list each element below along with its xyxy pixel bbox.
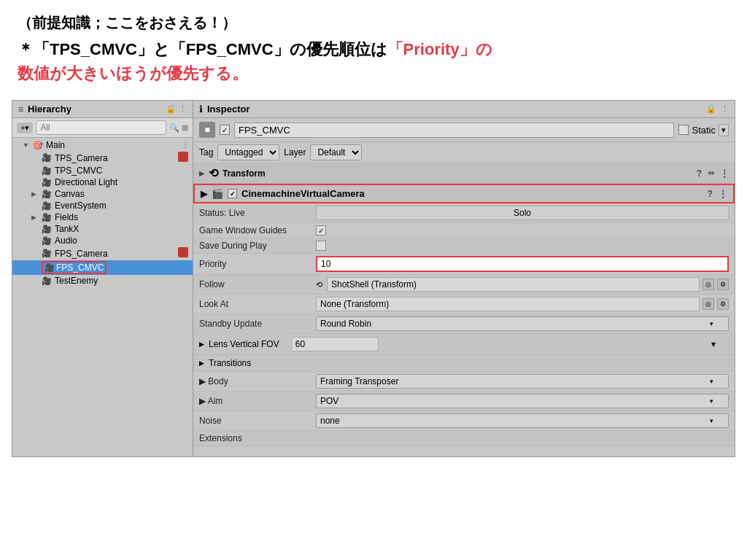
prop-follow: Follow ⟲ ◎ ⚙ bbox=[193, 275, 735, 295]
hierarchy-lock-icon: 🔒 bbox=[166, 104, 176, 114]
follow-gear-btn[interactable]: ⚙ bbox=[717, 279, 729, 290]
transform-header[interactable]: ▶ ⟲ Transform ? ⇔ ⋮ bbox=[193, 163, 735, 183]
prop-body: ▶ Body Framing Transposer ▾ bbox=[193, 372, 735, 392]
save-during-play-label: Save During Play bbox=[199, 241, 316, 251]
look-at-value-container: ◎ ⚙ bbox=[316, 297, 729, 311]
panels-container: ≡ Hierarchy 🔒 ⋮ +▾ 🔍 ⊞ ▼ 🎯 Main bbox=[12, 100, 735, 457]
noise-dropdown[interactable]: none ▾ bbox=[316, 413, 729, 428]
tree-item-tankx[interactable]: 🎥 TankX bbox=[12, 223, 193, 235]
static-label: Static bbox=[692, 125, 716, 136]
look-at-target-btn[interactable]: ◎ bbox=[703, 298, 714, 310]
game-window-guides-checkbox[interactable]: ✓ bbox=[316, 225, 326, 236]
tree-item-fields[interactable]: ▶ 🎥 Fields bbox=[12, 211, 193, 223]
main-folder-icon: 🎯 bbox=[33, 141, 43, 150]
standby-update-dropdown[interactable]: Round Robin ▾ bbox=[316, 316, 729, 331]
transitions-label: Transitions bbox=[209, 358, 251, 368]
tree-item-directional-light[interactable]: 🎥 Directional Light bbox=[12, 176, 193, 188]
body-dropdown[interactable]: Framing Transposer ▾ bbox=[316, 374, 729, 389]
noise-value-container: none ▾ bbox=[316, 413, 729, 428]
tag-label: Tag bbox=[199, 147, 213, 158]
tree-item-canvas-label: Canvas bbox=[55, 189, 85, 199]
priority-value-field[interactable] bbox=[316, 256, 729, 272]
eventsystem-icon: 🎥 bbox=[42, 201, 52, 211]
lens-vfov-section[interactable]: ▶ Lens Vertical FOV ▾ bbox=[193, 334, 735, 355]
expand-main-icon: ▼ bbox=[23, 141, 31, 149]
hierarchy-search-bar: +▾ 🔍 ⊞ bbox=[12, 118, 193, 138]
tree-item-fps-camera-label: FPS_Camera bbox=[55, 249, 108, 259]
tree-item-canvas[interactable]: ▶ 🎥 Canvas bbox=[12, 188, 193, 200]
tree-item-fps-cmvc[interactable]: 🎥 FPS_CMVC bbox=[12, 260, 193, 275]
prereq-line1: （前提知識；ここをおさえる！） bbox=[18, 13, 729, 33]
lens-vfov-label: Lens Vertical FOV bbox=[209, 339, 279, 349]
main-more-icon: ⋮ bbox=[182, 141, 190, 150]
follow-value-container: ⟲ ◎ ⚙ bbox=[316, 277, 729, 292]
transform-icon: ⟲ bbox=[209, 166, 218, 180]
inspector-title: Inspector bbox=[207, 104, 250, 114]
look-at-value-field[interactable] bbox=[316, 297, 700, 311]
follow-value-field[interactable] bbox=[327, 277, 700, 292]
look-at-gear-btn[interactable]: ⚙ bbox=[717, 298, 729, 310]
cinemachine-gear-icon[interactable]: ⋮ bbox=[719, 189, 727, 199]
transform-settings-icon[interactable]: ⇔ bbox=[708, 168, 714, 179]
cinemachine-header[interactable]: ▶ 🎬 ✓ CinemachineVirtualCamera ? ⋮ bbox=[193, 184, 735, 203]
transform-help-icon[interactable]: ? bbox=[697, 168, 702, 179]
game-window-guides-label: Game Window Guides bbox=[199, 225, 316, 236]
standby-update-value-container: Round Robin ▾ bbox=[316, 316, 729, 331]
cinemachine-help-icon[interactable]: ? bbox=[708, 189, 713, 199]
lens-vfov-expand-icon: ▶ bbox=[199, 341, 204, 348]
tree-item-tankx-label: TankX bbox=[55, 224, 79, 234]
tree-item-audio[interactable]: 🎥 Audio bbox=[12, 235, 193, 246]
tree-item-tps-camera[interactable]: 🎥 TPS_Camera bbox=[12, 151, 193, 165]
cinemachine-expand-icon: ▶ bbox=[201, 189, 207, 199]
look-at-label: Look At bbox=[199, 299, 316, 309]
hierarchy-more-icon: ⋮ bbox=[179, 104, 187, 114]
follow-target-btn[interactable]: ◎ bbox=[703, 279, 714, 290]
cinemachine-active-checkbox[interactable]: ✓ bbox=[228, 189, 237, 198]
transform-gear-icon[interactable]: ⋮ bbox=[720, 168, 729, 179]
tag-dropdown[interactable]: Untagged bbox=[217, 144, 279, 160]
save-during-play-checkbox[interactable] bbox=[316, 241, 326, 251]
prop-look-at: Look At ◎ ⚙ bbox=[193, 295, 735, 314]
static-dropdown[interactable]: ▾ bbox=[719, 124, 729, 136]
tps-camera-badge bbox=[178, 152, 188, 164]
follow-ref-icon: ⟲ bbox=[316, 280, 322, 289]
fields-icon: 🎥 bbox=[42, 213, 52, 222]
fps-cmvc-icon: 🎥 bbox=[44, 263, 55, 273]
fps-camera-badge bbox=[178, 247, 188, 260]
transitions-expand-icon: ▶ bbox=[199, 359, 204, 367]
tree-item-audio-label: Audio bbox=[55, 236, 77, 246]
status-solo-button[interactable]: Solo bbox=[316, 206, 729, 220]
object-cube-icon: ■ bbox=[199, 122, 215, 138]
tree-item-testenemy-label: TestEnemy bbox=[55, 276, 98, 286]
tree-item-eventsystem[interactable]: 🎥 EventSystem bbox=[12, 200, 193, 211]
prop-aim: ▶ Aim POV ▾ bbox=[193, 392, 735, 411]
canvas-icon: 🎥 bbox=[42, 190, 52, 199]
aim-dropdown[interactable]: POV ▾ bbox=[316, 394, 729, 408]
object-active-checkbox[interactable]: ✓ bbox=[220, 125, 230, 135]
prop-standby-update: Standby Update Round Robin ▾ bbox=[193, 314, 735, 334]
aim-value: POV bbox=[320, 396, 338, 406]
lens-vfov-value-field[interactable] bbox=[291, 337, 379, 351]
transform-section: ▶ ⟲ Transform ? ⇔ ⋮ bbox=[193, 163, 735, 184]
canvas-expand: ▶ bbox=[31, 190, 40, 198]
prop-game-window-guides: Game Window Guides ✓ bbox=[193, 223, 735, 238]
layer-dropdown[interactable]: Default bbox=[310, 144, 362, 160]
tankx-icon: 🎥 bbox=[42, 225, 52, 234]
tree-item-main[interactable]: ▼ 🎯 Main ⋮ bbox=[12, 139, 193, 151]
object-name-field[interactable] bbox=[234, 122, 674, 138]
transitions-section[interactable]: ▶ Transitions bbox=[193, 355, 735, 372]
hierarchy-search-input[interactable] bbox=[36, 120, 166, 135]
tree-item-fields-label: Fields bbox=[55, 212, 78, 222]
inspector-header: ℹ Inspector 🔒 ⋮ bbox=[193, 101, 735, 118]
tag-layer-row: Tag Untagged Layer Default bbox=[193, 142, 735, 163]
prereq-line3: 数値が大きいほうが優先する。 bbox=[18, 61, 729, 85]
aim-dropdown-arrow: ▾ bbox=[710, 397, 713, 405]
lens-vfov-value-container bbox=[291, 337, 707, 351]
tree-item-tps-cmvc[interactable]: 🎥 TPS_CMVC bbox=[12, 165, 193, 176]
body-dropdown-arrow: ▾ bbox=[710, 378, 713, 385]
inspector-object-row: ■ ✓ Static ▾ bbox=[193, 118, 735, 142]
tree-item-testenemy[interactable]: 🎥 TestEnemy bbox=[12, 275, 193, 287]
hierarchy-add-button[interactable]: +▾ bbox=[17, 122, 33, 133]
tree-item-fps-camera[interactable]: 🎥 FPS_Camera bbox=[12, 246, 193, 260]
static-checkbox[interactable] bbox=[678, 125, 689, 135]
